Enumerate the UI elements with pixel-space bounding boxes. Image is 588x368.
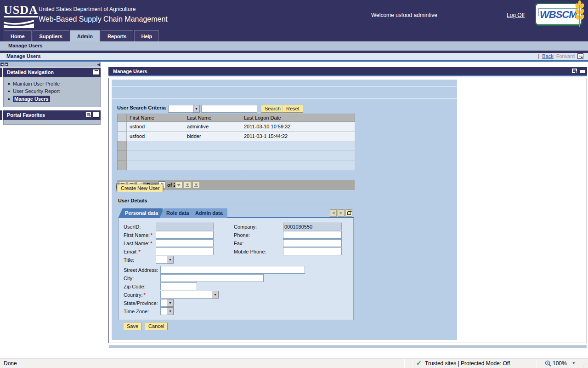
fax-input[interactable] xyxy=(283,239,342,247)
sidebar-item-maintain-user-profile[interactable]: Maintain User Profile xyxy=(4,80,100,87)
portal-favorites-title: Portal Favorites xyxy=(7,112,45,118)
email-input[interactable] xyxy=(156,247,214,255)
tab-help-label: Help xyxy=(141,34,152,39)
userid-input xyxy=(156,223,214,230)
log-off-link[interactable]: Log Off xyxy=(507,12,525,18)
tab-home[interactable]: Home xyxy=(4,30,32,41)
dropdown-icon[interactable]: ▼ xyxy=(167,256,174,264)
phone-input[interactable] xyxy=(283,231,342,239)
row-selector[interactable] xyxy=(118,132,127,141)
module-title: Manage Users xyxy=(113,69,147,74)
dropdown-icon[interactable]: ▼ xyxy=(212,291,219,299)
country-label: Country:* xyxy=(124,292,146,298)
street-address-label: Street Address: xyxy=(124,267,158,273)
pager-page-down-icon[interactable] xyxy=(184,181,191,189)
module-maximize-icon[interactable] xyxy=(579,68,585,74)
column-last-name: Last Name xyxy=(184,114,241,122)
tab-personal-data-label: Personal data xyxy=(123,210,163,216)
time-zone-select[interactable]: ▼ xyxy=(160,307,174,315)
module-menu-icon[interactable] xyxy=(571,68,577,74)
tab-scroll-left-icon[interactable]: ◀ xyxy=(330,209,337,217)
cell-last-name[interactable]: adminfive xyxy=(184,122,241,132)
empty-cell xyxy=(127,151,184,161)
table-header-row: First Name Last Name Last Logon Date xyxy=(118,114,355,122)
save-button[interactable]: Save xyxy=(123,322,142,330)
user-details-heading: User Details xyxy=(118,198,147,203)
divider xyxy=(413,359,413,368)
empty-cell xyxy=(184,141,241,151)
usda-swoosh-icon xyxy=(4,19,34,28)
favorites-menu-icon[interactable] xyxy=(85,112,91,117)
tab-suppliers-label: Suppliers xyxy=(40,34,62,39)
history-menu-icon[interactable] xyxy=(577,53,583,59)
tray-notch xyxy=(0,68,2,77)
second-level-nav: Manage Users xyxy=(0,41,588,51)
cell-last-logon[interactable]: 2011-03-10 10:59:32 xyxy=(241,122,355,132)
reset-button[interactable]: Reset xyxy=(283,105,303,113)
street-address-input[interactable] xyxy=(160,266,305,274)
expand-tray-icon[interactable] xyxy=(93,112,99,118)
sidebar-collapse-icon[interactable]: ◀ xyxy=(97,62,100,67)
email-label: Email:* xyxy=(124,249,141,254)
detailed-navigation-header: Detailed Navigation xyxy=(3,68,101,77)
detailed-navigation-tray: Detailed Navigation Maintain User Profil… xyxy=(3,68,101,107)
zoom-dropdown-icon[interactable]: ▼ xyxy=(572,361,576,365)
cell-last-name[interactable]: bidder xyxy=(184,132,241,141)
title-select-value xyxy=(156,256,167,264)
welcome-text: Welcome usfood adminfive xyxy=(371,12,437,18)
collapse-tray-icon[interactable] xyxy=(93,69,99,75)
tab-personal-data[interactable]: Personal data xyxy=(123,208,163,218)
dropdown-icon[interactable]: ▼ xyxy=(167,307,174,315)
first-name-label: First Name:* xyxy=(124,232,153,238)
zoom-level[interactable]: 100% xyxy=(553,360,567,367)
cell-first-name[interactable]: usfood xyxy=(127,122,184,132)
sidebar-item-user-security-report[interactable]: User Security Report xyxy=(4,87,100,95)
country-select[interactable]: ▼ xyxy=(160,291,219,299)
sidebar-collapse-left-icon[interactable]: ◀ xyxy=(0,63,4,66)
pager-down-icon[interactable] xyxy=(175,181,182,189)
state-province-label: State/Province: xyxy=(124,300,158,306)
zip-code-input[interactable] xyxy=(160,282,197,290)
empty-cell xyxy=(127,161,184,170)
row-selector[interactable] xyxy=(118,122,127,132)
title-select[interactable]: ▼ xyxy=(156,256,174,264)
sidebar-expand-right-icon[interactable]: ▶ xyxy=(5,63,8,66)
cell-last-logon[interactable]: 2011-03-1 15:44:22 xyxy=(241,132,355,141)
cancel-button[interactable]: Cancel xyxy=(145,322,168,330)
dropdown-icon[interactable]: ▼ xyxy=(167,299,174,307)
tab-admin-data[interactable]: Admin data xyxy=(193,208,227,218)
state-province-select[interactable]: ▼ xyxy=(160,299,174,307)
cell-first-name[interactable]: usfood xyxy=(127,132,184,141)
search-query-input[interactable] xyxy=(201,105,257,113)
divider xyxy=(112,98,457,99)
first-name-input[interactable] xyxy=(156,231,214,239)
portal-favorites-tray: Portal Favorites xyxy=(3,110,101,125)
search-button[interactable]: Search xyxy=(261,105,284,113)
create-new-user-button[interactable]: Create New User xyxy=(117,184,163,192)
back-link[interactable]: Back xyxy=(542,53,553,59)
app-title: Web-Based Supply Chain Management xyxy=(39,15,168,23)
tab-admin[interactable]: Admin xyxy=(70,30,100,41)
resize-grip[interactable]: ⋰ xyxy=(582,362,587,367)
open-in-window-icon[interactable] xyxy=(345,209,352,217)
usda-logo: USDA xyxy=(4,4,34,25)
pager-last-icon[interactable] xyxy=(192,181,200,189)
dropdown-icon[interactable]: ▼ xyxy=(193,105,200,113)
tab-help[interactable]: Help xyxy=(134,30,159,41)
city-input[interactable] xyxy=(160,274,264,282)
search-criteria-select[interactable]: ▼ xyxy=(168,105,200,113)
mobile-phone-input[interactable] xyxy=(283,247,342,255)
tab-role-data-label: Role data xyxy=(164,210,194,216)
tab-suppliers[interactable]: Suppliers xyxy=(33,30,69,41)
sidebar-item-manage-users[interactable]: Manage Users xyxy=(4,95,100,103)
agency-name: United States Department of Agriculture xyxy=(39,6,136,12)
security-zone-text: Trusted sites | Protected Mode: Off xyxy=(425,360,510,367)
tabstrip-controls: ◀ ▶ xyxy=(330,209,352,217)
status-text: Done xyxy=(4,360,17,367)
last-name-input[interactable] xyxy=(156,239,214,247)
tab-reports[interactable]: Reports xyxy=(101,30,134,41)
wbscm-logo-text: WBSCM xyxy=(538,8,578,16)
page-footer-band xyxy=(109,345,587,348)
zoom-magnifier-icon[interactable] xyxy=(545,360,552,367)
tab-scroll-right-icon[interactable]: ▶ xyxy=(338,209,345,217)
